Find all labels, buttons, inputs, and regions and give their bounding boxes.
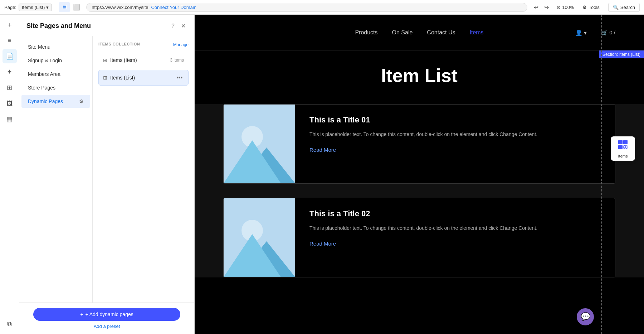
nav-user-icon[interactable]: 👤 ▾ — [575, 29, 587, 36]
page-label: Page: Items (List) ▾ — [4, 4, 52, 11]
panel-footer: + + Add dynamic pages Add a preset — [19, 302, 194, 334]
panel-actions: ? ✕ — [170, 21, 187, 31]
sidebar-theme-icon[interactable]: ✦ — [3, 65, 17, 79]
tools-icon: ⚙ — [582, 5, 587, 10]
sidebar-apps-icon[interactable]: ⊞ — [3, 81, 17, 95]
card-gap — [223, 191, 615, 198]
sidebar-item-dynamic-pages[interactable]: Dynamic Pages ⚙ — [21, 95, 90, 108]
main-area: ＋ ≡ 📄 ✦ ⊞ 🖼 ▦ ⧉ Site Pages and Menu ? — [0, 15, 644, 334]
user-chevron-icon: ▾ — [584, 29, 587, 36]
icon-sidebar: ＋ ≡ 📄 ✦ ⊞ 🖼 ▦ ⧉ — [0, 15, 19, 334]
items-widget[interactable]: Items — [611, 136, 635, 161]
sidebar-layers-icon[interactable]: ⧉ — [3, 317, 17, 331]
sidebar-sections-icon[interactable]: ▦ — [3, 112, 17, 126]
search-button[interactable]: 🔍 Search — [608, 3, 640, 12]
zoom-icon: ⊙ — [557, 5, 561, 10]
layers-icon: ⧉ — [7, 320, 12, 328]
chat-icon: 💬 — [581, 312, 590, 321]
item-card-title-2: This is a Title 02 — [309, 209, 601, 218]
read-more-link-2[interactable]: Read More — [309, 241, 336, 247]
page-row-items-list[interactable]: ⊞ Items (List) ••• — [98, 70, 189, 86]
page-file-icon: ⊞ — [103, 57, 107, 63]
user-icon: 👤 — [575, 29, 582, 36]
sidebar-media-icon[interactable]: 🖼 — [3, 96, 17, 111]
undo-button[interactable]: ↩ — [532, 3, 541, 12]
panel-close-button[interactable]: ✕ — [180, 21, 187, 31]
items-widget-label: Items — [618, 154, 628, 158]
collection-label: ITEMS COLLECTION — [98, 42, 140, 46]
pages-nav: Site Menu Signup & Login Members Area St… — [19, 36, 93, 302]
sections-icon: ▦ — [6, 115, 13, 123]
panel-help-button[interactable]: ? — [170, 21, 176, 31]
read-more-link-1[interactable]: Read More — [309, 147, 336, 153]
sidebar-pages-icon[interactable]: 📄 — [3, 49, 17, 63]
undo-redo-group: ↩ ↪ — [532, 3, 551, 12]
theme-icon: ✦ — [7, 68, 12, 76]
sidebar-item-members-area[interactable]: Members Area — [21, 68, 90, 81]
chat-bubble[interactable]: 💬 — [577, 308, 594, 325]
manage-button[interactable]: Manage — [173, 42, 189, 47]
tools-button[interactable]: ⚙ Tools — [580, 3, 602, 11]
add-dynamic-pages-button[interactable]: + + Add dynamic pages — [33, 308, 180, 321]
nav-link-contact-us[interactable]: Contact Us — [427, 29, 455, 36]
sidebar-item-signup-login[interactable]: Signup & Login — [21, 54, 90, 67]
pages-icon: 📄 — [6, 52, 14, 60]
connect-domain-link[interactable]: Connect Your Domain — [151, 5, 196, 10]
text-icon: ≡ — [8, 37, 11, 44]
top-bar: Page: Items (List) ▾ 🖥 ⬜ https://www.wix… — [0, 0, 644, 15]
item-card-image-1 — [224, 105, 295, 183]
nav-link-items[interactable]: Items — [469, 29, 483, 36]
tablet-icon: ⬜ — [73, 4, 80, 11]
page-row-count: 3 items — [170, 58, 184, 63]
apps-icon: ⊞ — [7, 84, 12, 92]
page-row-name: Items (Item) — [110, 57, 167, 63]
chevron-down-icon: ▾ — [46, 5, 49, 10]
plus-icon: ＋ — [6, 20, 13, 29]
site-nav-links: Products On Sale Contact Us Items — [355, 29, 483, 36]
item-card-desc-2: This is placeholder text. To change this… — [309, 224, 601, 232]
device-icons: 🖥 ⬜ — [59, 2, 82, 12]
desktop-icon: 🖥 — [62, 4, 67, 10]
sidebar-item-store-pages[interactable]: Store Pages — [21, 81, 90, 94]
nav-link-on-sale[interactable]: On Sale — [392, 29, 413, 36]
item-card-content-1: This is a Title 01 This is placeholder t… — [295, 105, 615, 183]
zoom-indicator: ⊙ 100% — [557, 5, 574, 10]
redo-button[interactable]: ↪ — [542, 3, 551, 12]
item-card-title-1: This is a Title 01 — [309, 115, 601, 125]
item-card-1: This is a Title 01 This is placeholder t… — [223, 104, 615, 184]
add-preset-button[interactable]: Add a preset — [94, 324, 120, 329]
url-text: https://www.wix.com/mysite — [92, 5, 148, 10]
item-card-desc-1: This is placeholder text. To change this… — [309, 130, 601, 138]
items-widget-icon — [618, 139, 628, 153]
panel-title: Site Pages and Menu — [26, 22, 91, 30]
url-bar: https://www.wix.com/mysite Connect Your … — [86, 3, 527, 12]
nav-link-products[interactable]: Products — [355, 29, 377, 36]
site-navigation: Products On Sale Contact Us Items 👤 ▾ 🛒 … — [195, 15, 644, 50]
collection-section-header: ITEMS COLLECTION Manage — [98, 42, 189, 48]
sidebar-item-site-menu[interactable]: Site Menu — [21, 40, 90, 53]
settings-cog-icon[interactable]: ⚙ — [79, 98, 84, 104]
panel-body: Site Menu Signup & Login Members Area St… — [19, 36, 194, 302]
tablet-view-button[interactable]: ⬜ — [71, 2, 82, 12]
page-row-menu-button[interactable]: ••• — [175, 74, 184, 82]
item-card-2: This is a Title 02 This is placeholder t… — [223, 198, 615, 277]
right-panel: Items — [601, 15, 644, 334]
sidebar-add-icon[interactable]: ＋ — [3, 18, 17, 32]
redo-icon: ↪ — [544, 4, 549, 10]
page-row-items-item[interactable]: ⊞ Items (Item) 3 items — [98, 53, 189, 67]
svg-rect-8 — [618, 140, 623, 144]
add-icon: + — [80, 311, 83, 317]
page-row-name-list: Items (List) — [110, 75, 172, 81]
page-list-icon: ⊞ — [103, 75, 107, 81]
media-icon: 🖼 — [6, 100, 13, 107]
canvas-area: Products On Sale Contact Us Items 👤 ▾ 🛒 … — [195, 15, 644, 334]
pages-panel: Site Pages and Menu ? ✕ Site Menu Signup… — [19, 15, 195, 334]
svg-rect-9 — [623, 140, 628, 144]
sidebar-text-icon[interactable]: ≡ — [3, 33, 17, 48]
website-preview: Products On Sale Contact Us Items 👤 ▾ 🛒 … — [195, 15, 644, 334]
item-card-content-2: This is a Title 02 This is placeholder t… — [295, 198, 615, 277]
desktop-view-button[interactable]: 🖥 — [59, 2, 70, 12]
svg-rect-10 — [618, 145, 623, 149]
page-dropdown[interactable]: Items (List) ▾ — [19, 4, 52, 11]
undo-icon: ↩ — [534, 4, 538, 10]
